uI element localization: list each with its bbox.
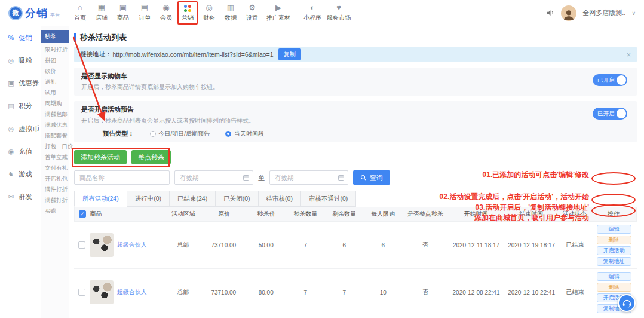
edit-button[interactable]: 编辑: [597, 225, 631, 234]
end-date-input[interactable]: [269, 170, 348, 185]
setting-desc: 开启后，秒杀商品列表页会显示按天或者按时间排列的预告样式。: [81, 117, 630, 125]
sidebar-item-recharge[interactable]: ◉ 充值: [0, 140, 41, 163]
submenu-item-gift[interactable]: 送礼: [41, 77, 69, 87]
setting-desc: 开启后，秒杀商品详情页底部显示加入购物车按钮。: [81, 83, 630, 91]
delete-button[interactable]: 删除: [597, 236, 631, 244]
product-name-link[interactable]: 超级合伙人: [117, 241, 147, 249]
submenu-item-cycle-buy[interactable]: 周期购: [41, 98, 69, 109]
delete-button[interactable]: 删除: [597, 283, 631, 292]
open-activity-button[interactable]: 开启活动: [597, 246, 631, 255]
preview-toggle[interactable]: 已开启: [593, 108, 627, 120]
close-icon[interactable]: ×: [626, 51, 631, 59]
activity-table: ✓ 商品 活动区域 原价 秒杀价 秒杀数量 剩余数量 每人限购 是否整点秒杀 开…: [74, 207, 637, 318]
toggle-knob: [617, 109, 626, 118]
nav-shop[interactable]: ▦ 店铺: [91, 0, 112, 26]
nav-orders[interactable]: ▤ 订单: [134, 0, 155, 26]
customer-service-fab[interactable]: [618, 294, 636, 312]
tab-pending-review[interactable]: 待审核(0): [259, 191, 301, 207]
copy-link-button[interactable]: 复制: [278, 48, 301, 60]
logo-suffix: 平台: [50, 12, 60, 19]
submenu-item-package-price[interactable]: 打包一口价: [41, 141, 69, 152]
date-range-to: 至: [258, 173, 265, 182]
annotation-note-3b: 添加在商城首页，吸引用户参与活动: [474, 213, 589, 223]
nav-service-market[interactable]: ♥ 服务市场: [323, 0, 354, 26]
nav-promo-material[interactable]: ▶ 推广素材: [263, 0, 294, 26]
submenu-item-qty-discount[interactable]: 满件打折: [41, 184, 69, 195]
nav-members[interactable]: ◉ 会员: [155, 0, 177, 26]
submenu-item-group-buy[interactable]: 拼团: [41, 55, 69, 66]
coupon-icon: ▣: [7, 80, 15, 87]
submenu-item-free-shipping[interactable]: 满额包邮: [41, 109, 69, 120]
sidebar-item-fans[interactable]: ◎ 吸粉: [0, 49, 41, 72]
edit-button[interactable]: 编辑: [597, 272, 631, 281]
nav-settings[interactable]: ⚙ 设置: [241, 0, 263, 26]
product-image: [90, 233, 114, 257]
tab-all-activities[interactable]: 所有活动(24): [74, 191, 127, 207]
submenu-item-bargain[interactable]: 砍价: [41, 66, 69, 77]
action-buttons-row: 添加秒杀活动 整点秒杀: [74, 150, 164, 164]
tab-ended[interactable]: 已结束(24): [170, 191, 216, 207]
top-nav: ⌂ 首页 ▦ 店铺 ▣ 商品 ▤ 订单 ◉ 会员 营销: [69, 0, 354, 26]
radio-day-preview[interactable]: 今日/明日/后期预告: [150, 130, 210, 138]
speaker-icon[interactable]: [546, 8, 555, 17]
add-seckill-button[interactable]: 添加秒杀活动: [74, 150, 127, 164]
submenu-item-amount-discount[interactable]: 满额打折: [41, 195, 69, 206]
account-name[interactable]: 全网多店版测..: [582, 8, 625, 17]
select-all-checkbox[interactable]: ✓: [79, 210, 86, 218]
query-button[interactable]: 查询: [353, 170, 390, 185]
sidebar-item-games[interactable]: ♞ 游戏: [0, 163, 41, 185]
submenu-item-shop-gift[interactable]: 开店礼包: [41, 173, 69, 184]
sidebar-item-mass-send[interactable]: ✉ 群发: [0, 185, 41, 208]
headset-icon: [622, 298, 632, 308]
goods-icon: ▣: [119, 4, 127, 13]
submenu-item-full-discount[interactable]: 满减优惠: [41, 120, 69, 130]
sidebar-item-coupon[interactable]: ▣ 优惠券: [0, 72, 41, 94]
sidebar-item-points[interactable]: ▤ 积分: [0, 94, 41, 117]
row-checkbox[interactable]: [78, 289, 85, 296]
product-name-input[interactable]: [74, 170, 170, 185]
row-checkbox[interactable]: [78, 241, 85, 249]
radio-time-range[interactable]: 当天时间段: [225, 130, 264, 138]
link-bar: 链接地址： http://mob.wifenxiao.com/mb/item/i…: [74, 47, 637, 62]
submenu-item-seckill[interactable]: 秒杀: [41, 30, 69, 43]
tab-in-progress[interactable]: 进行中(0): [127, 191, 170, 207]
submenu-item-trial[interactable]: 试用: [41, 87, 69, 98]
annotation-note-1: 01.已添加的活动可点击'编辑'修改: [483, 170, 589, 180]
avatar[interactable]: [561, 5, 576, 21]
nav-data[interactable]: ▥ 数据: [220, 0, 241, 26]
sidebar-item-promotion[interactable]: % 促销: [0, 26, 41, 49]
setting-title: 是否显示购物车: [81, 72, 630, 81]
start-date-wrap: [174, 170, 253, 185]
page-title: 秒杀活动列表: [74, 33, 637, 42]
submenu-item-pay-gift[interactable]: 支付有礼: [41, 163, 69, 173]
submenu-item-time-discount[interactable]: 限时打折: [41, 44, 69, 55]
annotation-note-2: 02.活动设置完成后，点击'开启活动'，活动开始: [440, 192, 589, 202]
copy-address-button[interactable]: 复制地址: [597, 257, 631, 266]
submenu-item-buy-gift[interactable]: 买赠: [41, 206, 69, 216]
nav-goods[interactable]: ▣ 商品: [112, 0, 134, 26]
link-label: 链接地址：: [80, 50, 112, 59]
setting-preview-panel: 是否开启活动预告 开启后，秒杀商品列表页会显示按天或者按时间排列的预告样式。 预…: [74, 101, 637, 142]
nav-finance[interactable]: ◎ 财务: [198, 0, 220, 26]
product-name-link[interactable]: 超级合伙人: [117, 288, 147, 296]
whole-hour-seckill-button[interactable]: 整点秒杀: [131, 150, 171, 164]
logo-icon: 微: [8, 6, 23, 20]
nav-home[interactable]: ⌂ 首页: [69, 0, 91, 26]
preview-type-row: 预告类型： 今日/明日/后期预告 当天时间段: [81, 130, 630, 138]
search-icon: [360, 175, 367, 181]
points-icon: ▤: [7, 102, 15, 110]
chevron-down-icon[interactable]: ∨: [631, 10, 636, 16]
sidebar-item-virtual-coin[interactable]: ◎ 虚拟币: [0, 117, 41, 140]
submenu-item-first-order[interactable]: 首单立减: [41, 152, 69, 163]
person-icon: [562, 8, 575, 21]
start-date-input[interactable]: [174, 170, 253, 185]
nav-marketing[interactable]: 营销: [177, 0, 198, 26]
preview-type-label: 预告类型：: [103, 130, 134, 138]
tab-closed[interactable]: 已关闭(0): [216, 191, 258, 207]
radio-icon: [225, 131, 231, 137]
cart-toggle[interactable]: 已开启: [593, 74, 627, 86]
submenu-item-combo[interactable]: 搭配套餐: [41, 130, 69, 141]
tab-review-failed[interactable]: 审核不通过(0): [301, 191, 356, 207]
orders-icon: ▤: [141, 4, 148, 13]
nav-miniprogram[interactable]: ◐ 小程序: [302, 0, 323, 26]
